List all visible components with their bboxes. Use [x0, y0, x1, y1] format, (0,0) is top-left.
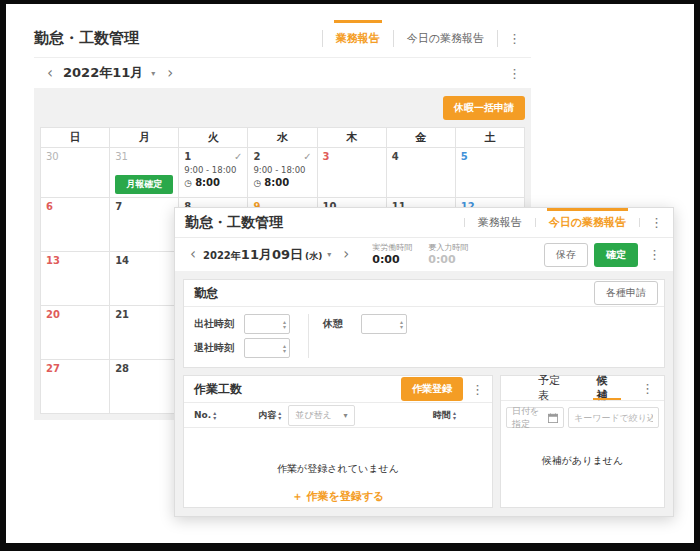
date-weekday: (水) — [305, 250, 322, 263]
page-title: 勤怠・工数管理 — [34, 29, 139, 48]
checkout-label: 退社時刻 — [194, 341, 244, 355]
calendar-day-cell[interactable]: 27 — [41, 360, 110, 414]
calendar-weekday: 木 — [317, 128, 386, 148]
calendar-weekday: 土 — [455, 128, 524, 148]
calendar-weekday-row: 日月火水木金土 — [41, 128, 525, 148]
calendar-day-cell[interactable]: 2✓9:00 - 18:00◷8:00 — [248, 148, 317, 198]
side-panel-filters: 日付を指定 — [501, 401, 664, 434]
save-button[interactable]: 保存 — [544, 243, 588, 267]
side-panel: 予定表 候補 ⋮ 日付を指定 — [500, 375, 665, 508]
stat-label: 実労働時間 — [372, 243, 412, 253]
calendar-icon — [548, 413, 558, 423]
attendance-card: 勤怠 各種申請 出社時刻 ▴▾ 退社時刻 ▴▾ — [183, 279, 665, 368]
date-label[interactable]: 2022年 11月09日 (水) — [203, 246, 322, 264]
work-empty-message: 作業が登録されていません — [277, 462, 399, 476]
sort-icon[interactable]: ▴▾ — [213, 410, 216, 420]
calendar-day-cell[interactable]: 6 — [41, 198, 110, 252]
sort-icon[interactable]: ▴▾ — [278, 410, 281, 420]
calendar-day-cell[interactable]: 3 — [317, 148, 386, 198]
page-title: 勤怠・工数管理 — [185, 214, 283, 232]
day-number: 7 — [115, 201, 122, 212]
stepper-arrows-icon[interactable]: ▴▾ — [283, 343, 286, 353]
calendar-day-cell[interactable]: 31月報確定 — [110, 148, 179, 198]
tab-gyomu-hokoku[interactable]: 業務報告 — [465, 208, 535, 237]
attendance-card-header: 勤怠 各種申請 — [184, 280, 664, 307]
screenshot-frame: 勤怠・工数管理 業務報告 今日の業務報告 ⋮ ‹ 2022年11月 ▾ › ⋮ … — [0, 0, 700, 551]
sort-order-select[interactable]: 並び替え ▾ — [288, 405, 354, 426]
calendar-day-cell[interactable]: 13 — [41, 252, 110, 306]
work-empty-state: 作業が登録されていません ＋ 作業を登録する — [184, 428, 492, 507]
work-hours-header: 作業工数 作業登録 ⋮ — [184, 376, 492, 403]
register-work-button[interactable]: 作業登録 — [401, 377, 463, 401]
kebab-menu-icon[interactable]: ⋮ — [631, 376, 664, 400]
day-number: 27 — [46, 363, 60, 374]
date-year: 2022年 — [203, 249, 241, 263]
calendar-day-cell[interactable]: 21 — [110, 306, 179, 360]
calendar-day-cell[interactable]: 20 — [41, 306, 110, 360]
tab-gyomu-hokoku[interactable]: 業務報告 — [323, 20, 393, 57]
calendar-day-cell[interactable]: 7 — [110, 198, 179, 252]
kebab-menu-icon[interactable]: ⋮ — [463, 382, 486, 397]
stat-value: 0:00 — [372, 253, 412, 266]
calendar-day-cell[interactable]: 28 — [110, 360, 179, 414]
work-hours-total: ◷8:00 — [253, 177, 311, 188]
stepper-arrows-icon[interactable]: ▴▾ — [283, 319, 286, 329]
various-applications-button[interactable]: 各種申請 — [594, 281, 658, 305]
kebab-menu-icon[interactable]: ⋮ — [644, 247, 665, 262]
kebab-menu-icon[interactable]: ⋮ — [498, 66, 531, 81]
clock-in-out-group: 出社時刻 ▴▾ 退社時刻 ▴▾ — [194, 314, 290, 358]
calendar-day-cell[interactable]: 5 — [455, 148, 524, 198]
actual-work-time-stat: 実労働時間 0:00 — [372, 243, 412, 266]
month-label[interactable]: 2022年11月 — [63, 64, 143, 82]
chevron-right-icon[interactable]: › — [336, 247, 356, 262]
day-number: 28 — [115, 363, 129, 374]
bulk-leave-request-button[interactable]: 休暇一括申請 — [443, 96, 525, 120]
work-hours-title: 作業工数 — [194, 381, 242, 398]
day-number: 31 — [115, 151, 128, 162]
kebab-menu-icon[interactable]: ⋮ — [498, 20, 531, 57]
day-number: 3 — [323, 151, 330, 162]
tab-candidates[interactable]: 候補 — [583, 376, 631, 400]
date-filter-input[interactable]: 日付を指定 — [506, 407, 564, 428]
candidates-empty-message: 候補がありません — [501, 434, 664, 507]
calendar-day-cell[interactable]: 1✓9:00 - 18:00◷8:00 — [179, 148, 248, 198]
bottom-row: 作業工数 作業登録 ⋮ No. ▴▾ 内容 ▴▾ — [183, 375, 665, 508]
day-number: 30 — [46, 151, 59, 162]
check-icon: ✓ — [234, 151, 242, 162]
keyword-filter-input[interactable] — [574, 413, 653, 423]
stat-value: 0:00 — [428, 253, 468, 266]
column-content[interactable]: 内容 ▴▾ — [258, 409, 281, 422]
chevron-left-icon[interactable]: ‹ — [40, 66, 60, 81]
calendar-weekday: 金 — [386, 128, 455, 148]
column-time[interactable]: 時間 ▴▾ — [433, 409, 456, 422]
break-group: 休憩 ▴▾ — [323, 314, 407, 334]
tab-today-gyomu-hokoku[interactable]: 今日の業務報告 — [394, 20, 497, 57]
daily-attendance-window: 勤怠・工数管理 業務報告 今日の業務報告 ⋮ ‹ 2022年 11月09日 (水… — [174, 207, 674, 517]
chevron-left-icon[interactable]: ‹ — [183, 247, 203, 262]
window-header: 勤怠・工数管理 業務報告 今日の業務報告 ⋮ — [34, 20, 531, 58]
app-page: 勤怠・工数管理 業務報告 今日の業務報告 ⋮ ‹ 2022年11月 ▾ › ⋮ … — [6, 4, 694, 543]
sort-icon[interactable]: ▴▾ — [453, 410, 456, 420]
calendar-day-cell[interactable]: 4 — [386, 148, 455, 198]
confirm-button[interactable]: 確定 — [594, 243, 638, 267]
chevron-right-icon[interactable]: › — [160, 66, 180, 81]
add-work-link[interactable]: ＋ 作業を登録する — [292, 489, 385, 504]
column-no[interactable]: No. ▴▾ — [194, 410, 216, 420]
kebab-menu-icon[interactable]: ⋮ — [640, 208, 673, 237]
caret-down-icon[interactable]: ▾ — [327, 250, 331, 259]
calendar-day-cell[interactable]: 14 — [110, 252, 179, 306]
checkin-time-input[interactable]: ▴▾ — [244, 314, 290, 334]
caret-down-icon[interactable]: ▾ — [151, 69, 155, 78]
calendar-day-cell[interactable]: 30 — [41, 148, 110, 198]
tab-today-gyomu-hokoku[interactable]: 今日の業務報告 — [536, 208, 639, 237]
month-navigation: ‹ 2022年11月 ▾ › ⋮ — [34, 58, 531, 88]
day-number: 1 — [184, 151, 191, 162]
stepper-arrows-icon[interactable]: ▴▾ — [400, 319, 403, 329]
tab-schedule[interactable]: 予定表 — [525, 376, 583, 400]
day-number: 21 — [115, 309, 129, 320]
keyword-filter-wrapper — [568, 407, 659, 428]
clock-icon: ◷ — [184, 178, 192, 188]
checkout-time-input[interactable]: ▴▾ — [244, 338, 290, 358]
daily-detail-body: 勤怠 各種申請 出社時刻 ▴▾ 退社時刻 ▴▾ — [175, 271, 673, 516]
break-time-input[interactable]: ▴▾ — [361, 314, 407, 334]
